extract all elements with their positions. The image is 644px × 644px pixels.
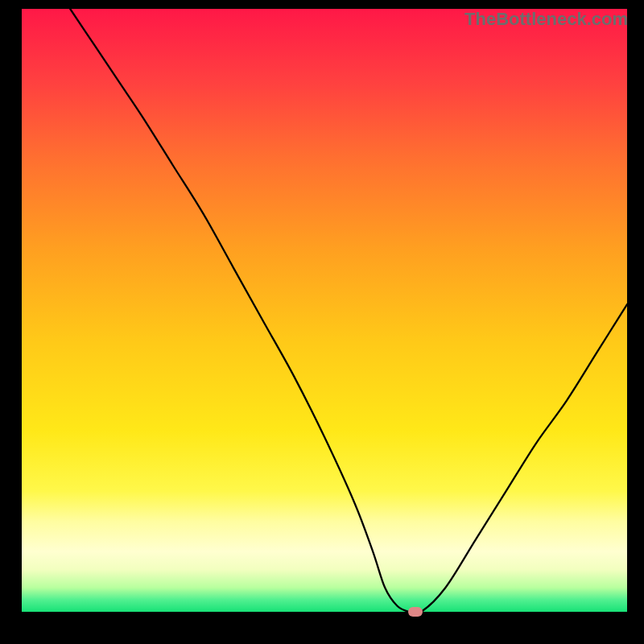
- minimum-marker: [408, 607, 423, 617]
- bottleneck-curve: [22, 9, 627, 612]
- watermark-text: TheBottleneck.com: [464, 9, 628, 30]
- plot-area: [22, 9, 627, 612]
- chart-frame: TheBottleneck.com: [0, 0, 644, 644]
